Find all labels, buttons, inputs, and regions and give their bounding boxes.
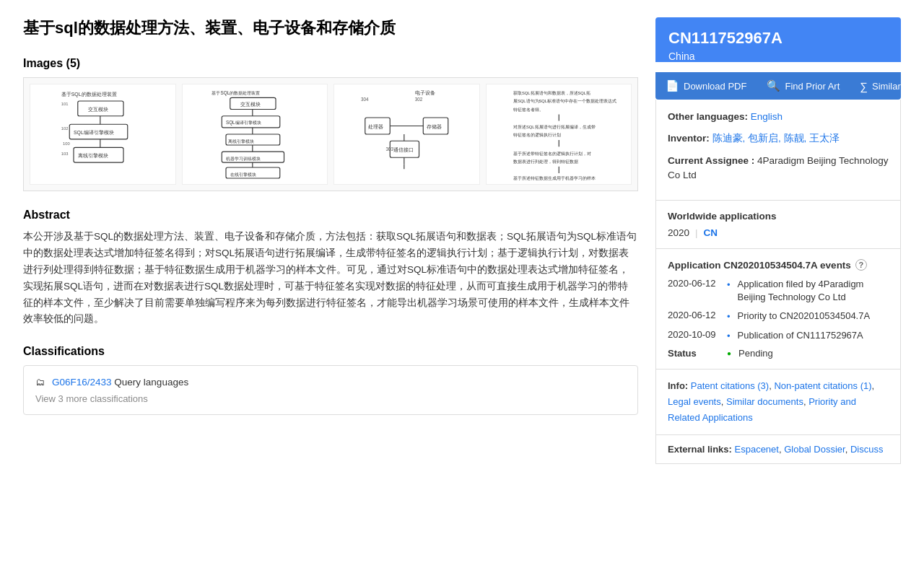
similar-icon: ∑ (860, 80, 868, 92)
svg-text:特征签名者得。: 特征签名者得。 (513, 108, 544, 112)
global-dossier-link[interactable]: Global Dossier (784, 444, 845, 455)
other-languages-link[interactable]: English (751, 111, 783, 122)
find-prior-art-button[interactable]: 🔍 Find Prior Art (757, 72, 850, 100)
info-label: Info: (668, 380, 688, 391)
svg-text:数据表进行列处理，得到特征数据: 数据表进行列处理，得到特征数据 (513, 159, 578, 164)
similar-button[interactable]: ∑ Similar (850, 72, 901, 100)
espacenet-link[interactable]: Espacenet (735, 444, 779, 455)
legal-events-link[interactable]: Legal events (668, 396, 721, 407)
citations-section: Info: Patent citations (3), Non-patent c… (655, 369, 901, 435)
svg-text:基于所述特征数据生成用于机器学习的样本: 基于所述特征数据生成用于机器学习的样本 (513, 176, 596, 180)
assignee-label: Current Assignee : (668, 155, 754, 166)
classification-box: 🗂 G06F16/2433 Query languages View 3 mor… (23, 365, 638, 415)
status-row: Status ● Pending (668, 348, 889, 359)
svg-text:SQL编译引擎模块: SQL编译引擎模块 (74, 130, 114, 136)
svg-text:特征签名的逻辑执行计划: 特征签名的逻辑执行计划 (513, 133, 561, 137)
event-date-2: 2020-06-12 (668, 310, 720, 320)
svg-text:电子设备: 电子设备 (415, 90, 435, 95)
inventor-row: Inventor: 陈迪豪, 包新启, 陈靓, 王太泽 (668, 131, 889, 146)
image-thumb-4[interactable]: 获取SQL拓展语句和数据表，所述SQL拓 展SQL语句为SQL标准语句中存在一个… (486, 84, 632, 185)
svg-text:通信接口: 通信接口 (393, 147, 414, 152)
classification-name-text: Query languages (114, 377, 188, 388)
inventors-link[interactable]: 陈迪豪, 包新启, 陈靓, 王太泽 (712, 133, 840, 144)
external-label: External links: (668, 444, 732, 455)
left-panel: 基于sql的数据处理方法、装置、电子设备和存储介质 Images (5) 基于S… (23, 17, 638, 464)
abstract-heading: Abstract (23, 209, 638, 222)
event-dot-1: • (727, 279, 731, 290)
svg-text:机器学习训练模块: 机器学习训练模块 (226, 155, 261, 160)
patent-country: China (668, 51, 888, 62)
image-thumb-1[interactable]: 基于SQL的数据处理装置 交互模块 101 SQL编译引擎模块 102 100 … (30, 84, 176, 185)
download-pdf-label: Download PDF (684, 81, 746, 92)
similar-docs-link[interactable]: Similar documents (726, 396, 803, 407)
svg-text:对所述SQL拓展语句进行拓展编译，生成带: 对所述SQL拓展语句进行拓展编译，生成带 (513, 124, 596, 129)
svg-text:100: 100 (63, 141, 70, 146)
svg-text:101: 101 (61, 102, 69, 106)
non-patent-citations-link[interactable]: Non-patent citations (1) (774, 380, 871, 391)
status-value: Pending (738, 348, 773, 359)
event-dot-2: • (727, 311, 731, 322)
event-date-1: 2020-06-12 (668, 278, 720, 289)
app-events-section: Application CN202010534504.7A events ? 2… (655, 249, 901, 369)
worldwide-section: Worldwide applications 2020 | CN (655, 201, 901, 249)
event-row-3: 2020-10-09 • Publication of CN111752967A (668, 329, 889, 342)
app-events-label: Application CN202010534504.7A events (668, 260, 851, 271)
similar-label: Similar (872, 81, 901, 92)
external-section: External links: Espacenet, Global Dossie… (655, 435, 901, 464)
event-date-3: 2020-10-09 (668, 329, 720, 340)
event-desc-2: Priority to CN202010534504.7A (738, 310, 871, 323)
classification-code-link[interactable]: G06F16/2433 (52, 377, 112, 388)
event-desc-1: Application filed by 4Paradigm Beijing T… (738, 278, 889, 304)
download-icon: 📄 (666, 79, 679, 92)
inventor-label: Inventor: (668, 133, 710, 144)
svg-text:展SQL语句为SQL标准语句中存在一个数据处理表达式: 展SQL语句为SQL标准语句中存在一个数据处理表达式 (513, 99, 616, 103)
images-grid: 基于SQL的数据处理装置 交互模块 101 SQL编译引擎模块 102 100 … (23, 77, 638, 191)
right-panel: CN111752967A China 📄 Download PDF 🔍 Find… (655, 17, 901, 464)
download-pdf-button[interactable]: 📄 Download PDF (655, 72, 757, 100)
assignee-row: Current Assignee : 4Paradigm Beijing Tec… (668, 154, 889, 183)
images-section: Images (5) 基于SQL的数据处理装置 交互模块 101 SQL编译引擎… (23, 57, 638, 191)
year-links: 2020 | CN (668, 227, 889, 238)
svg-text:离线引擎模块: 离线引擎模块 (228, 138, 254, 143)
worldwide-title: Worldwide applications (668, 211, 889, 222)
event-row-1: 2020-06-12 • Application filed by 4Parad… (668, 278, 889, 304)
app-events-title: Application CN202010534504.7A events ? (668, 259, 889, 271)
status-label: Status (668, 348, 720, 359)
svg-text:基于所述带特征签名的逻辑执行计划，对: 基于所述带特征签名的逻辑执行计划，对 (513, 152, 591, 156)
event-dot-3: • (727, 331, 731, 341)
event-desc-3: Publication of CN111752967A (738, 329, 863, 342)
image-thumb-3[interactable]: 电子设备 304 处理器 302 存储器 303 通信接口 (334, 84, 480, 185)
svg-text:103: 103 (61, 152, 69, 156)
status-dot: ● (727, 349, 731, 357)
patent-header-card: CN111752967A China (655, 17, 901, 62)
patent-citations-link[interactable]: Patent citations (3) (691, 380, 769, 391)
basic-info-section: Other languages: English Inventor: 陈迪豪, … (655, 100, 901, 201)
svg-text:在线引擎模块: 在线引擎模块 (230, 171, 256, 176)
classification-row: 🗂 G06F16/2433 Query languages (35, 376, 626, 388)
event-row-2: 2020-06-12 • Priority to CN202010534504.… (668, 310, 889, 323)
divider-pipe: | (695, 227, 698, 238)
svg-text:交互模块: 交互模块 (88, 107, 108, 113)
svg-text:离线引擎模块: 离线引擎模块 (78, 153, 108, 159)
svg-text:获取SQL拓展语句和数据表，所述SQL拓: 获取SQL拓展语句和数据表，所述SQL拓 (513, 91, 590, 95)
classification-icon: 🗂 (35, 377, 45, 388)
svg-text:处理器: 处理器 (368, 124, 383, 129)
discuss-link[interactable]: Discuss (850, 444, 884, 455)
action-buttons: 📄 Download PDF 🔍 Find Prior Art ∑ Simila… (655, 72, 901, 100)
find-prior-art-label: Find Prior Art (785, 81, 840, 92)
svg-text:基于SQL的数据处理装置: 基于SQL的数据处理装置 (212, 90, 260, 96)
help-icon[interactable]: ? (855, 259, 867, 271)
classifications-heading: Classifications (23, 345, 638, 358)
classification-more[interactable]: View 3 more classifications (35, 393, 626, 404)
svg-text:304: 304 (361, 97, 369, 102)
patent-id: CN111752967A (668, 29, 888, 48)
svg-text:102: 102 (61, 126, 69, 131)
svg-text:SQL编译引擎模块: SQL编译引擎模块 (226, 120, 261, 126)
cn-link[interactable]: CN (704, 227, 718, 238)
svg-text:基于SQL的数据处理装置: 基于SQL的数据处理装置 (61, 92, 117, 97)
classifications-section: Classifications 🗂 G06F16/2433 Query lang… (23, 345, 638, 415)
citations-links: Patent citations (3), Non-patent citatio… (668, 380, 874, 423)
svg-text:交互模块: 交互模块 (240, 102, 260, 108)
image-thumb-2[interactable]: 基于SQL的数据处理装置 交互模块 SQL编译引擎模块 离线引擎模块 机器学习训… (182, 84, 328, 185)
other-languages-row: Other languages: English (668, 110, 889, 124)
